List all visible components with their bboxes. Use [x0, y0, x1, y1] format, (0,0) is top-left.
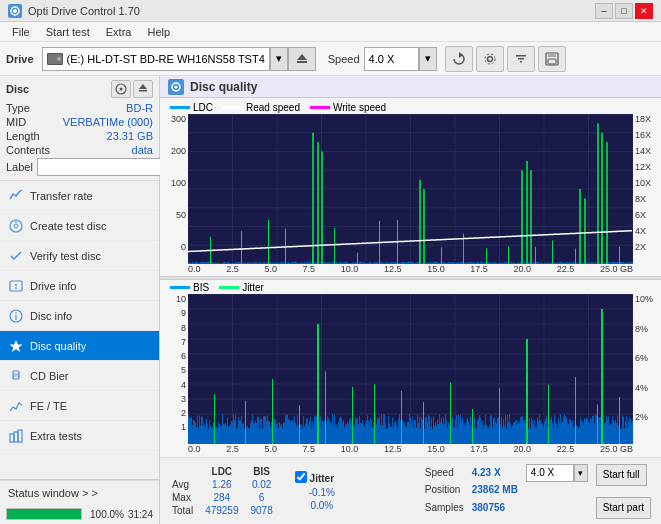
drive-name: (E:) HL-DT-ST BD-RE WH16NS58 TST4 [67, 53, 265, 65]
app-icon [8, 4, 22, 18]
write-speed-color [310, 106, 330, 109]
speed-select-display[interactable]: 4.0 X [526, 464, 574, 482]
drive-label: Drive [6, 53, 34, 65]
jitter-color [219, 286, 239, 289]
maximize-button[interactable]: □ [615, 3, 633, 19]
speed-select-value: 4.0 X [531, 467, 554, 478]
svg-marker-7 [459, 52, 463, 58]
stats-avg-ldc: 1.26 [199, 478, 244, 491]
filter-button[interactable] [507, 46, 535, 72]
nav-verify-test-disc[interactable]: Verify test disc [0, 241, 159, 271]
speed-dropdown-button[interactable]: ▾ [419, 47, 437, 71]
nav-cd-bier-label: CD Bier [30, 370, 69, 382]
stats-total-label: Total [166, 504, 199, 517]
right-panel: Disc quality LDC Read speed Write speed [160, 76, 661, 524]
svg-marker-18 [139, 84, 147, 89]
menu-help[interactable]: Help [139, 24, 178, 40]
disc-type-label: Type [6, 102, 30, 114]
svg-rect-12 [520, 61, 522, 63]
svg-point-1 [13, 9, 17, 13]
nav-create-test-disc[interactable]: Create test disc [0, 211, 159, 241]
nav-items: Transfer rate Create test disc Verify te… [0, 181, 159, 479]
jitter-checkbox[interactable] [295, 471, 307, 483]
start-part-button[interactable]: Start part [596, 497, 651, 519]
save-button[interactable] [538, 46, 566, 72]
svg-point-8 [487, 56, 492, 61]
nav-disc-info-label: Disc info [30, 310, 72, 322]
bottom-chart-canvas [188, 294, 633, 444]
menu-extra[interactable]: Extra [98, 24, 140, 40]
menubar: File Start test Extra Help [0, 22, 661, 42]
speed-selector[interactable]: 4.0 X [364, 47, 419, 71]
menu-file[interactable]: File [4, 24, 38, 40]
time-display: 31:24 [128, 509, 153, 520]
minimize-button[interactable]: – [595, 3, 613, 19]
eject-icon [295, 52, 309, 66]
speed-value: 4.0 X [369, 53, 395, 65]
nav-transfer-rate[interactable]: Transfer rate [0, 181, 159, 211]
svg-marker-30 [10, 340, 23, 352]
drive-dropdown-button[interactable]: ▾ [270, 47, 288, 71]
eject-button[interactable] [288, 47, 316, 71]
drive-selector[interactable]: (E:) HL-DT-ST BD-RE WH16NS58 TST4 [42, 47, 270, 71]
nav-disc-info[interactable]: Disc info [0, 301, 159, 331]
status-window-label: Status window > > [8, 487, 98, 499]
status-window-button[interactable]: Status window > > [0, 480, 159, 504]
read-speed-color [223, 106, 243, 109]
jitter-label: Jitter [309, 471, 335, 485]
progress-row: 100.0% 31:24 [0, 504, 159, 524]
stats-bis-header: BIS [245, 465, 279, 478]
disc-mid-label: MID [6, 116, 26, 128]
settings-button[interactable] [476, 46, 504, 72]
nav-drive-info[interactable]: Drive info [0, 271, 159, 301]
charts-container: LDC Read speed Write speed 300 200 100 [160, 98, 661, 457]
top-chart-canvas [188, 114, 633, 264]
refresh-icon [452, 52, 466, 66]
nav-disc-quality[interactable]: Disc quality [0, 331, 159, 361]
top-y-right-axis: 18X 16X 14X 12X 10X 8X 6X 4X 2X [633, 114, 661, 264]
chart-header-icon [168, 79, 184, 95]
disc-header: Disc [6, 80, 153, 98]
speed-stat-value: 4.23 X [472, 467, 501, 478]
legend-bis-label: BIS [193, 282, 209, 293]
start-full-button[interactable]: Start full [596, 464, 647, 486]
nav-create-test-disc-label: Create test disc [30, 220, 106, 232]
disc-icon-2[interactable] [133, 80, 153, 98]
stats-max-label: Max [166, 491, 199, 504]
disc-label-input[interactable] [37, 158, 170, 176]
save-icon [545, 52, 559, 66]
bottom-y-left-axis: 10 9 8 7 6 5 4 3 2 1 [160, 294, 188, 444]
position-label: Position [425, 484, 461, 495]
refresh-button[interactable] [445, 46, 473, 72]
svg-marker-5 [297, 54, 307, 60]
svg-rect-10 [516, 55, 526, 57]
ldc-color [170, 106, 190, 109]
nav-fe-te[interactable]: FE / TE [0, 391, 159, 421]
app-title: Opti Drive Control 1.70 [28, 5, 140, 17]
disc-icons [111, 80, 153, 98]
speed-select-dropdown[interactable]: ▾ [574, 464, 588, 482]
progress-text: 100.0% [86, 509, 124, 520]
disc-small-icon [115, 83, 127, 95]
close-button[interactable]: ✕ [635, 3, 653, 19]
svg-rect-19 [139, 90, 147, 92]
disc-length-label: Length [6, 130, 40, 142]
svg-point-25 [15, 284, 17, 286]
disc-header-label: Disc [6, 83, 29, 95]
menu-start-test[interactable]: Start test [38, 24, 98, 40]
disc-type-row: Type BD-R [6, 102, 153, 114]
disc-label-row: Label [6, 158, 153, 176]
left-panel: Disc Type BD-R MID VERBATIMe (000) [0, 76, 160, 524]
stats-total-bis: 9078 [245, 504, 279, 517]
bottom-chart-legend: BIS Jitter [160, 280, 661, 294]
nav-extra-tests[interactable]: Extra tests [0, 421, 159, 451]
nav-transfer-rate-label: Transfer rate [30, 190, 93, 202]
toolbar: Drive (E:) HL-DT-ST BD-RE WH16NS58 TST4 … [0, 42, 661, 76]
nav-cd-bier[interactable]: CD Bier [0, 361, 159, 391]
stats-max-bis: 6 [245, 491, 279, 504]
disc-contents-row: Contents data [6, 144, 153, 156]
stats-max-jitter: 0.0% [309, 500, 335, 511]
svg-rect-11 [518, 58, 524, 60]
legend-ldc-label: LDC [193, 102, 213, 113]
disc-icon-1[interactable] [111, 80, 131, 98]
